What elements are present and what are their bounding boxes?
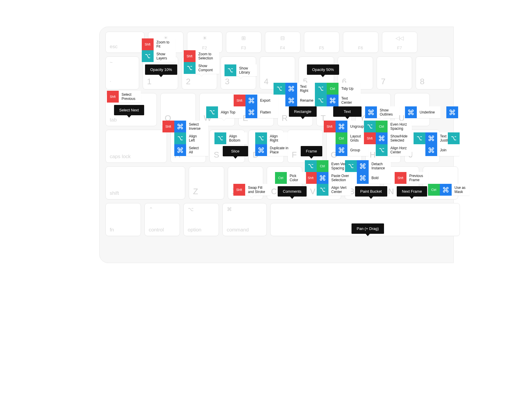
ctrl-chip: Ctrl: [376, 121, 388, 132]
option-chip: [255, 132, 267, 144]
label-bold: Bold: [369, 172, 391, 184]
option-chip: [224, 64, 236, 76]
key: fn: [105, 203, 141, 236]
command-chip: [357, 160, 369, 172]
label-align-vert-ctr: Align VertCenter: [328, 184, 351, 196]
command-chip: [446, 106, 458, 118]
shift-chip: Shft: [233, 184, 245, 196]
label-opacity-10: Opacity 10%: [145, 64, 178, 75]
label-zoom-fit: Zoom toFit: [154, 38, 176, 50]
command-chip: [317, 172, 328, 184]
shift-chip: Shft: [305, 172, 317, 184]
label-slice: Slice: [223, 146, 248, 156]
label-select-inverse: SelectInverse: [186, 121, 208, 132]
label-rectangle: Rectangle: [289, 106, 317, 117]
key: ☀F2: [187, 32, 222, 53]
label-pan: Pan (+ Drag): [352, 223, 384, 234]
option-chip: [315, 83, 327, 95]
label-align-bottom: AlignBottom: [226, 132, 247, 144]
label-detach: DetachInstance: [369, 160, 391, 172]
label-show-compont: ShowCompont: [196, 62, 219, 74]
key: option⌥: [183, 203, 219, 236]
option-chip: [317, 184, 328, 196]
label-next-frame: Next Frame: [397, 186, 427, 197]
option-chip: [376, 144, 388, 156]
option-chip: [274, 83, 285, 95]
ctrl-chip: Ctrl: [317, 160, 328, 172]
key: shift: [105, 166, 185, 200]
key: `~: [105, 56, 139, 90]
command-chip: [376, 132, 388, 144]
label-align-horz-ctr: Align HorzCenter: [388, 144, 412, 156]
label-opacity-50: Opacity 50%: [307, 64, 339, 75]
command-chip: [174, 144, 186, 156]
label-select-prev: SelectPrevious: [119, 91, 141, 103]
shift-chip: Shft: [162, 121, 174, 132]
label-join: Join: [437, 144, 459, 156]
label-frame: Frame: [301, 146, 323, 156]
key: esc: [105, 32, 144, 53]
shift-chip: Shft: [234, 95, 245, 106]
label-align-top: Align Top: [218, 106, 242, 118]
label-select-all: SelectAll: [186, 144, 208, 156]
command-chip: [425, 132, 437, 144]
key: ⊞F3: [226, 32, 261, 53]
option-chip: [206, 106, 218, 118]
label-export: Export: [257, 95, 278, 106]
ctrl-chip: Ctrl: [428, 184, 440, 196]
option-chip: [174, 132, 186, 144]
label-text: Text: [333, 106, 362, 117]
key: control⌃: [144, 203, 180, 236]
label-pick-color: PickColor: [287, 172, 306, 184]
command-chip: [405, 106, 417, 118]
command-chip: [357, 172, 369, 184]
command-chip: [425, 144, 437, 156]
label-tidy-up: Tidy Up: [339, 83, 361, 95]
label-comments: Comments: [278, 186, 307, 197]
option-chip: [414, 132, 425, 144]
command-chip: [255, 144, 267, 156]
label-swap-fill: Swap Filland Stroke: [245, 184, 270, 196]
shift-chip: Shft: [364, 132, 376, 144]
key: ◁◁F7: [382, 32, 417, 53]
ctrl-chip: Ctrl: [336, 132, 347, 144]
label-dup-in-place: Duplicate inPlace: [267, 144, 288, 156]
label-prev-frame: PreviousFrame: [406, 172, 429, 184]
label-show-library: ShowLibrary: [236, 64, 257, 76]
option-chip: [142, 50, 154, 62]
key: caps lock: [105, 130, 167, 163]
label-align-left: AlignLeft: [186, 132, 208, 144]
label-show-layers: ShowLayers: [154, 50, 176, 62]
command-chip: [285, 83, 297, 95]
command-chip: [327, 95, 339, 106]
label-align-right: AlignRight: [267, 132, 288, 144]
ctrl-chip: Ctrl: [275, 172, 287, 184]
label-flatten: Flatten: [257, 106, 278, 118]
key: ⊟F4: [265, 32, 300, 53]
command-chip: [285, 95, 297, 106]
option-chip: [448, 132, 460, 144]
label-zoom-sel: Zoom toSelection: [196, 50, 219, 62]
command-chip: [174, 121, 186, 132]
option-chip: [315, 95, 327, 106]
label-even-horz: Even HorzSpacing: [388, 121, 412, 132]
shift-chip: Shft: [324, 121, 336, 132]
option-chip: [305, 160, 317, 172]
label-select-next: Select Next: [114, 105, 144, 115]
command-chip: [440, 184, 452, 196]
shift-chip: Shft: [107, 91, 119, 103]
label-show-outlines: ShowOutlines: [377, 106, 399, 118]
ctrl-chip: Ctrl: [327, 83, 339, 95]
command-chip: [336, 121, 347, 132]
option-chip: [184, 62, 196, 74]
label-show-hide-sel: Show/HideSelected: [388, 132, 412, 144]
key: command⌘: [222, 203, 267, 236]
shift-chip: Shft: [395, 172, 406, 184]
label-paint-bucket: Paint Bucket: [355, 186, 387, 197]
label-text-center: TextCenter: [339, 95, 361, 106]
command-chip: [336, 144, 347, 156]
label-underline: Underline: [417, 106, 440, 118]
command-chip: [245, 106, 257, 118]
shift-chip: Shft: [184, 50, 196, 62]
label-use-mask: Use asMask: [452, 184, 469, 196]
